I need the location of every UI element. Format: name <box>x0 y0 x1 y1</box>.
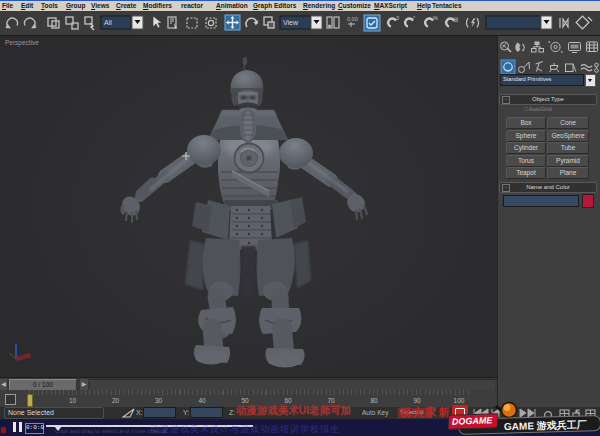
svg-text:3: 3 <box>396 15 399 21</box>
svg-text:%: % <box>433 15 438 21</box>
svg-text:▤: ▤ <box>453 16 458 22</box>
svg-text:View: View <box>283 19 299 26</box>
svg-text:0.00: 0.00 <box>347 16 358 22</box>
svg-text:All: All <box>104 19 112 26</box>
svg-text:°: ° <box>413 15 415 21</box>
